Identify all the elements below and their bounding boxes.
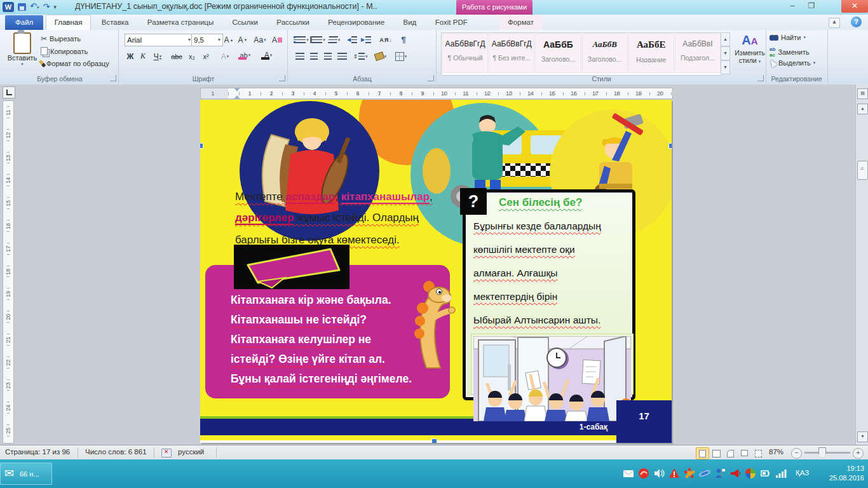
style-item[interactable]: АаБбВвГгД ¶ Обычный (442, 34, 488, 73)
tab-stop-selector[interactable] (3, 86, 15, 98)
paragraph-dialog-launcher[interactable] (428, 75, 434, 81)
tray-volume-icon[interactable] (653, 468, 665, 479)
view-outline-icon[interactable] (738, 447, 751, 459)
tray-warning-icon[interactable] (668, 468, 680, 479)
tray-mail-icon[interactable] (623, 468, 634, 479)
tray-mailru-agent-icon[interactable] (638, 468, 649, 479)
text-effects-button[interactable]: А▾ (217, 50, 233, 62)
word-app-icon[interactable]: W (3, 2, 14, 12)
superscript-button[interactable]: х² (200, 50, 212, 62)
scroll-up-icon[interactable]: ▲ (857, 104, 868, 114)
horizontal-ruler[interactable]: 1 1234567891011121314151617181920 (200, 88, 673, 99)
tray-updater-icon[interactable] (745, 468, 756, 479)
tray-antivirus-icon[interactable] (684, 468, 695, 479)
tray-saturn-icon[interactable] (699, 468, 710, 479)
underline-button[interactable]: Ч▾ (150, 50, 165, 62)
change-styles-button[interactable]: АА Изменить стили ▾ (733, 32, 766, 79)
shrink-font-button[interactable]: А▼ (236, 34, 249, 46)
tab-file[interactable]: Файл (5, 15, 43, 30)
language-indicator[interactable]: русский (178, 448, 204, 456)
multilevel-list-button[interactable]: ▾ (327, 34, 342, 46)
contextual-tab-group-picture-tools[interactable]: Работа с рисунками (456, 0, 532, 15)
collapse-ribbon-icon[interactable]: ▲ (829, 18, 840, 28)
gallery-down-icon[interactable]: ▼ (721, 46, 730, 60)
minimize-button[interactable]: – (783, 0, 802, 13)
taskbar-app-button[interactable]: 66 н... (0, 463, 52, 485)
clear-formatting-button[interactable]: А (271, 34, 283, 46)
picture-handle-right[interactable] (668, 143, 672, 149)
tab-references[interactable]: Ссылки (224, 15, 267, 30)
scrollbar-thumb[interactable] (857, 161, 868, 180)
highlight-button[interactable]: ab▾ (236, 49, 254, 61)
show-marks-button[interactable]: ¶ (398, 34, 409, 46)
tab-picture-format[interactable]: Формат (499, 15, 542, 30)
intro-paragraph[interactable]: Мектепте аспаздар, кітапханашылар, дәріг… (235, 186, 470, 250)
increase-indent-button[interactable]: ▶ (360, 34, 372, 46)
format-painter-button[interactable]: Формат по образцу (41, 60, 109, 67)
tray-network-icon[interactable] (775, 468, 787, 479)
page-indicator[interactable]: Страница: 17 из 96 (5, 448, 70, 456)
style-item[interactable]: АаБбВвІ Подзагол... (675, 34, 721, 73)
word-count[interactable]: Число слов: 6 861 (85, 448, 147, 456)
save-icon[interactable] (18, 3, 26, 11)
view-draft-icon[interactable] (752, 447, 765, 459)
document-page[interactable]: Мектепте аспаздар, кітапханашылар, дәріг… (200, 100, 672, 443)
tray-assistant-icon[interactable] (714, 468, 726, 479)
font-size-combo[interactable]: 9,5▾ (191, 34, 223, 46)
strikethrough-button[interactable]: abc (169, 50, 184, 62)
shading-button[interactable]: ▾ (372, 50, 389, 62)
find-button[interactable]: Найти▾ (770, 34, 806, 41)
font-dialog-launcher[interactable] (279, 75, 285, 81)
picture-handle-left[interactable] (200, 143, 203, 149)
font-family-combo[interactable]: Arial▾ (125, 34, 193, 46)
spellcheck-icon[interactable] (161, 449, 172, 458)
paste-button[interactable]: Вставить ▾ (6, 32, 38, 67)
gallery-more-icon[interactable]: ▼ (721, 60, 730, 74)
tab-view[interactable]: Вид (395, 15, 424, 30)
line-spacing-button[interactable]: ⇕▾ (352, 50, 369, 62)
camel-character-illustration[interactable] (405, 279, 456, 371)
qat-customize-icon[interactable]: ▾ (53, 2, 57, 12)
zoom-level[interactable]: 87% (769, 448, 783, 456)
bold-button[interactable]: Ж (125, 50, 136, 62)
undo-icon[interactable]: ↶▾ (30, 1, 39, 13)
tab-mailings[interactable]: Рассылки (268, 15, 318, 30)
did-you-know-box[interactable]: Сен білесің бе? Бұрынғы кезде балалардың… (463, 189, 635, 400)
align-center-button[interactable] (308, 50, 320, 62)
decrease-indent-button[interactable]: ◀ (346, 34, 358, 46)
classroom-illustration[interactable] (473, 336, 631, 421)
clock[interactable]: 19:13 25.08.2016 (817, 464, 864, 483)
select-button[interactable]: Выделить▾ (770, 59, 815, 67)
zoom-slider-thumb[interactable] (818, 447, 826, 458)
tray-power-icon[interactable] (760, 468, 771, 479)
cut-button[interactable]: ✂ Вырезать (41, 34, 81, 43)
styles-dialog-launcher[interactable] (757, 75, 764, 81)
ruler-toggle-icon[interactable]: ▤ (857, 88, 868, 99)
zoom-out-icon[interactable]: − (791, 448, 802, 459)
language-switcher[interactable]: ҚАЗ (796, 469, 809, 477)
scroll-down-icon[interactable]: ▼ (857, 431, 868, 442)
vertical-ruler[interactable]: 111213141516171819202122232425 (3, 100, 14, 444)
font-color-button[interactable]: А▾ (259, 49, 277, 61)
vertical-scrollbar[interactable]: ▤ ▲ ▼ (855, 85, 868, 445)
replace-button[interactable]: abac Заменить (770, 46, 810, 58)
sort-button[interactable]: АЯ↓ (377, 34, 394, 46)
clipboard-dialog-launcher[interactable] (110, 75, 116, 81)
style-item[interactable]: АаБбВ Заголово... (582, 34, 628, 73)
view-reading-icon[interactable] (710, 447, 723, 459)
tab-insert[interactable]: Вставка (93, 15, 137, 30)
change-case-button[interactable]: Аа▾ (252, 34, 268, 46)
tab-foxit-pdf[interactable]: Foxit PDF (427, 15, 476, 30)
justify-button[interactable] (336, 50, 348, 62)
tab-home[interactable]: Главная (46, 15, 92, 30)
picture-handle-bottom[interactable] (431, 438, 437, 443)
copy-button[interactable]: Копировать (41, 47, 88, 55)
help-icon[interactable]: ? (851, 17, 862, 27)
align-left-button[interactable] (294, 50, 306, 62)
view-print-layout-icon[interactable] (696, 447, 709, 459)
zoom-in-icon[interactable]: + (853, 448, 864, 459)
borders-button[interactable]: ▾ (393, 50, 409, 62)
grow-font-button[interactable]: А▲ (222, 34, 235, 46)
bullets-button[interactable]: ▾ (294, 34, 309, 46)
italic-button[interactable]: К (137, 50, 149, 62)
